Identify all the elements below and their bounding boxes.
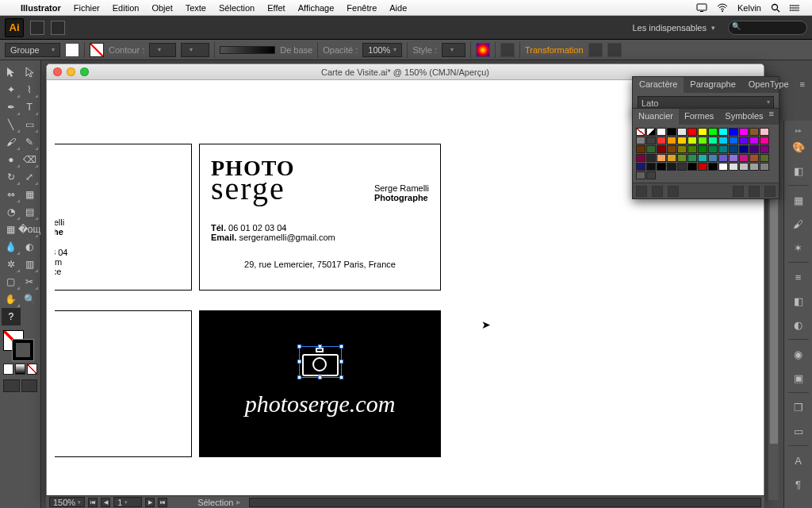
tab-nuancier[interactable]: Nuancier <box>633 109 679 125</box>
swatch-item[interactable] <box>636 171 645 179</box>
stroke-weight-input[interactable] <box>149 43 176 57</box>
swatch-item[interactable] <box>677 163 687 171</box>
delete-swatch-icon[interactable] <box>764 186 776 197</box>
swatch-item[interactable] <box>688 128 697 136</box>
menu-texte[interactable]: Texte <box>179 3 213 13</box>
help-tool[interactable]: ? <box>2 308 21 325</box>
symbol-sprayer-tool[interactable]: ✲ <box>2 256 21 273</box>
business-card-back-partial[interactable] <box>55 310 192 457</box>
swatch-item[interactable] <box>718 128 728 136</box>
menu-edition[interactable]: Edition <box>106 3 146 13</box>
transform-link[interactable]: Transformation <box>525 45 584 55</box>
swatch-item[interactable] <box>657 145 666 153</box>
color-mode-solid-icon[interactable] <box>3 364 13 375</box>
character-panel-icon[interactable]: A <box>788 450 809 471</box>
drawing-mode-icon[interactable] <box>3 379 20 392</box>
swatch-item[interactable] <box>667 137 676 144</box>
stroke-panel-icon[interactable]: ≡ <box>788 267 809 287</box>
swatch-item[interactable] <box>667 145 676 153</box>
perspective-tool[interactable]: ▤ <box>21 203 40 221</box>
camera-icon[interactable] <box>302 351 339 376</box>
swatch-item[interactable] <box>657 128 666 136</box>
swatch-item[interactable] <box>646 145 656 153</box>
swatch-item[interactable] <box>708 145 718 153</box>
pen-tool[interactable]: ✒ <box>2 98 21 116</box>
swatch-item[interactable] <box>646 137 656 144</box>
menu-affichage[interactable]: Affichage <box>292 3 341 13</box>
blend-tool[interactable]: ◐ <box>21 238 40 256</box>
menu-effet[interactable]: Effet <box>261 3 291 13</box>
zoom-window-icon[interactable] <box>80 67 89 76</box>
transform-icon-2[interactable] <box>607 43 622 57</box>
paragraph-panel-icon[interactable]: ¶ <box>788 474 809 495</box>
user-name[interactable]: Kelvin <box>733 3 766 13</box>
color-mode-gradient-icon[interactable] <box>15 364 25 375</box>
new-group-icon[interactable] <box>733 186 744 197</box>
lasso-tool[interactable]: ⌇ <box>21 81 40 98</box>
swatch-item[interactable] <box>688 154 697 162</box>
swatch-item[interactable] <box>718 145 728 153</box>
width-tool[interactable]: ⇔ <box>2 186 21 203</box>
tab-opentype[interactable]: OpenType <box>742 77 795 93</box>
slice-tool[interactable]: ✂ <box>21 273 40 291</box>
tab-caractere[interactable]: Caractère <box>633 77 684 93</box>
bridge-icon[interactable] <box>30 21 44 35</box>
menu-objet[interactable]: Objet <box>145 3 178 13</box>
recolor-icon[interactable] <box>476 43 490 57</box>
swatch-item[interactable] <box>677 137 687 144</box>
tab-formes[interactable]: Formes <box>679 109 719 125</box>
swatch-item[interactable] <box>667 128 676 136</box>
swatch-registration-icon[interactable] <box>646 128 656 136</box>
swatch-item[interactable] <box>729 145 738 153</box>
zoom-tool[interactable]: 🔍 <box>21 291 40 308</box>
swatch-options-icon[interactable] <box>668 186 679 197</box>
swatch-item[interactable] <box>729 163 738 171</box>
scale-tool[interactable]: ⤢ <box>21 168 40 186</box>
eyedropper-tool[interactable]: 💧 <box>2 238 21 256</box>
swatch-kind-icon[interactable] <box>652 186 663 197</box>
panel-menu-icon[interactable]: ≡ <box>795 77 810 93</box>
swatch-item[interactable] <box>657 137 666 144</box>
swatch-item[interactable] <box>636 163 645 171</box>
symbols-panel-icon[interactable]: ✶ <box>788 237 809 258</box>
rectangle-tool[interactable]: ▭ <box>21 116 40 133</box>
artboard-tool[interactable]: ▢ <box>2 273 21 291</box>
swatch-item[interactable] <box>677 154 687 162</box>
stroke-swatch-icon[interactable] <box>90 43 104 57</box>
swatch-none-icon[interactable] <box>636 128 645 136</box>
swatch-item[interactable] <box>688 137 697 144</box>
menu-fenetre[interactable]: Fenêtre <box>340 3 383 13</box>
stroke-color-icon[interactable] <box>13 340 33 360</box>
swatch-item[interactable] <box>749 137 759 144</box>
swatch-item[interactable] <box>667 154 676 162</box>
tab-paragraphe[interactable]: Paragraphe <box>684 77 742 93</box>
transform-icon-1[interactable] <box>588 43 603 57</box>
spotlight-icon[interactable] <box>766 3 785 13</box>
rotate-tool[interactable]: ↻ <box>2 168 21 186</box>
swatch-item[interactable] <box>718 137 728 144</box>
swatch-item[interactable] <box>739 163 749 171</box>
swatch-item[interactable] <box>677 145 687 153</box>
swatch-item[interactable] <box>760 163 769 171</box>
swatch-item[interactable] <box>760 154 769 162</box>
graphic-styles-panel-icon[interactable]: ▣ <box>788 368 809 388</box>
swatch-item[interactable] <box>698 145 707 153</box>
fill-swatch-icon[interactable] <box>65 43 79 57</box>
line-tool[interactable]: ╲ <box>2 116 21 133</box>
graph-tool[interactable]: ▥ <box>21 256 40 273</box>
swatches-panel-icon[interactable]: ▦ <box>788 190 809 210</box>
brushes-panel-icon[interactable]: 🖌 <box>788 214 809 234</box>
swatch-item[interactable] <box>646 154 656 162</box>
align-icon[interactable] <box>500 43 515 57</box>
swatch-item[interactable] <box>749 154 759 162</box>
menu-aide[interactable]: Aide <box>383 3 413 13</box>
swatch-item[interactable] <box>718 154 728 162</box>
swatch-item[interactable] <box>708 163 718 171</box>
artboard-number[interactable]: 1 <box>113 497 142 507</box>
swatch-item[interactable] <box>657 163 666 171</box>
pencil-tool[interactable]: ✎ <box>21 133 40 151</box>
help-search-input[interactable] <box>728 21 807 35</box>
swatch-item[interactable] <box>739 145 749 153</box>
swatch-item[interactable] <box>646 163 656 171</box>
selection-tool[interactable] <box>2 64 21 81</box>
